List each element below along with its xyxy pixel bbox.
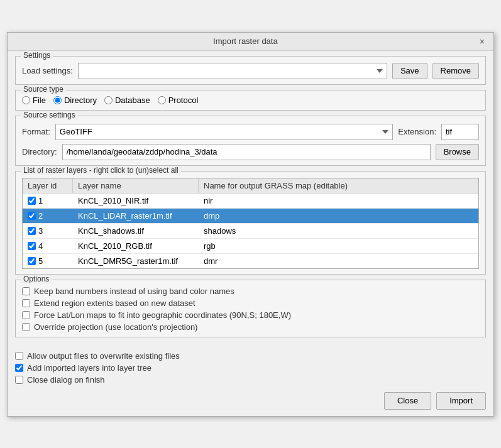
row-checkbox-4[interactable] — [28, 242, 36, 250]
cell-output-5[interactable] — [199, 254, 478, 268]
row-id-4: 4 — [38, 241, 43, 251]
source-settings-label: Source settings — [21, 111, 78, 119]
radio-protocol[interactable]: Protocol — [158, 96, 199, 105]
options-group-label: Options — [21, 275, 52, 283]
cell-output-2[interactable] — [199, 209, 478, 223]
source-type-group: Source type File Directory Database Prot… — [15, 90, 486, 111]
bottom-checkbox-3[interactable] — [15, 376, 23, 384]
directory-input[interactable] — [62, 144, 431, 160]
cell-name-4: KnCL_2010_RGB.tif — [73, 239, 199, 253]
extension-label: Extension: — [398, 127, 436, 136]
option-label-2: Extend region extents based on new datas… — [34, 298, 195, 308]
col-header-output: Name for output GRASS map (editable) — [199, 178, 478, 193]
settings-group-label: Settings — [21, 51, 53, 60]
output-input-2[interactable] — [204, 211, 473, 221]
option-checkbox-3[interactable] — [22, 311, 30, 319]
directory-row: Directory: Browse — [22, 144, 479, 160]
cell-id-4: 4 — [23, 239, 73, 253]
row-id-3: 3 — [38, 226, 43, 236]
bottom-option-row-2: Add imported layers into layer tree — [15, 363, 486, 373]
bottom-checkbox-1[interactable] — [15, 352, 23, 360]
radio-protocol-label: Protocol — [168, 96, 199, 105]
radio-directory-label: Directory — [64, 96, 97, 105]
settings-group: Settings Load settings: Save Remove — [15, 56, 486, 85]
row-checkbox-1[interactable] — [28, 197, 36, 205]
source-settings-group: Source settings Format: GeoTIFF Extensio… — [15, 116, 486, 166]
bottom-option-row-3: Close dialog on finish — [15, 375, 486, 385]
cell-output-3[interactable] — [199, 224, 478, 238]
layer-list-label: List of raster layers - right click to (… — [21, 166, 181, 175]
save-button[interactable]: Save — [392, 63, 427, 79]
table-header: Layer id Layer name Name for output GRAS… — [23, 178, 478, 194]
load-settings-combo[interactable] — [78, 63, 387, 79]
option-label-1: Keep band numbers instead of using band … — [34, 287, 234, 296]
bottom-option-row-1: Allow output files to overwrite existing… — [15, 351, 486, 361]
source-type-radio-group: File Directory Database Protocol — [22, 96, 479, 105]
extension-input[interactable] — [441, 124, 479, 140]
footer-buttons: Close Import — [8, 387, 493, 416]
close-dialog-button[interactable]: Close — [384, 392, 431, 410]
bottom-option-label-3: Close dialog on finish — [27, 375, 105, 385]
table-row[interactable]: 4 KnCL_2010_RGB.tif — [23, 239, 478, 254]
radio-database-label: Database — [115, 96, 150, 105]
output-input-5[interactable] — [204, 256, 473, 266]
output-input-1[interactable] — [204, 196, 473, 205]
radio-database[interactable]: Database — [104, 96, 150, 105]
option-row-2: Extend region extents based on new datas… — [22, 298, 479, 308]
radio-database-input[interactable] — [104, 96, 113, 104]
option-row-1: Keep band numbers instead of using band … — [22, 287, 479, 296]
row-checkbox-2[interactable] — [28, 212, 36, 220]
row-checkbox-3[interactable] — [28, 227, 36, 235]
dialog-title: Import raster data — [14, 36, 477, 46]
format-label: Format: — [22, 127, 50, 136]
layer-list-group: List of raster layers - right click to (… — [15, 171, 486, 275]
import-raster-dialog: Import raster data × Settings Load setti… — [7, 32, 494, 417]
output-input-3[interactable] — [204, 226, 473, 236]
load-settings-label: Load settings: — [22, 66, 73, 75]
row-checkbox-5[interactable] — [28, 257, 36, 265]
cell-name-3: KnCL_shadows.tif — [73, 224, 199, 238]
close-icon[interactable]: × — [477, 36, 487, 46]
browse-button[interactable]: Browse — [436, 144, 479, 160]
bottom-checkbox-2[interactable] — [15, 364, 23, 372]
cell-id-5: 5 — [23, 254, 73, 268]
remove-button[interactable]: Remove — [432, 63, 479, 79]
cell-output-1[interactable] — [199, 194, 478, 208]
option-row-3: Force Lat/Lon maps to fit into geographi… — [22, 310, 479, 320]
bottom-option-label-1: Allow output files to overwrite existing… — [27, 351, 180, 361]
row-id-2: 2 — [38, 211, 43, 221]
option-row-4: Override projection (use location's proj… — [22, 322, 479, 332]
radio-file-label: File — [33, 96, 46, 105]
row-id-5: 5 — [38, 256, 43, 266]
cell-name-2: KnCL_LiDAR_raster1m.tif — [73, 209, 199, 223]
cell-id-1: 1 — [23, 194, 73, 208]
import-button[interactable]: Import — [436, 392, 486, 410]
option-label-4: Override projection (use location's proj… — [34, 322, 197, 332]
radio-directory-input[interactable] — [53, 96, 62, 104]
cell-id-3: 3 — [23, 224, 73, 238]
layer-table: Layer id Layer name Name for output GRAS… — [22, 178, 479, 269]
format-combo[interactable]: GeoTIFF — [55, 124, 394, 140]
source-type-label: Source type — [21, 85, 66, 94]
option-label-3: Force Lat/Lon maps to fit into geographi… — [34, 310, 291, 320]
radio-file-input[interactable] — [22, 96, 30, 104]
table-row[interactable]: 1 KnCL_2010_NIR.tif — [23, 194, 478, 209]
option-checkbox-1[interactable] — [22, 287, 30, 295]
directory-label: Directory: — [22, 147, 57, 156]
col-header-name: Layer name — [73, 178, 199, 193]
bottom-checks: Allow output files to overwrite existing… — [8, 347, 493, 387]
output-input-4[interactable] — [204, 241, 473, 251]
cell-id-2: 2 — [23, 209, 73, 223]
table-row[interactable]: 5 KnCL_DMR5G_raster1m.tif — [23, 254, 478, 268]
radio-file[interactable]: File — [22, 96, 46, 105]
title-bar: Import raster data × — [8, 33, 493, 51]
option-checkbox-4[interactable] — [22, 323, 30, 331]
format-row: Format: GeoTIFF Extension: — [22, 124, 479, 140]
radio-directory[interactable]: Directory — [53, 96, 97, 105]
radio-protocol-input[interactable] — [158, 96, 166, 104]
table-row[interactable]: 3 KnCL_shadows.tif — [23, 224, 478, 239]
option-checkbox-2[interactable] — [22, 299, 30, 307]
cell-output-4[interactable] — [199, 239, 478, 253]
table-row[interactable]: 2 KnCL_LiDAR_raster1m.tif — [23, 209, 478, 224]
row-id-1: 1 — [38, 196, 43, 205]
